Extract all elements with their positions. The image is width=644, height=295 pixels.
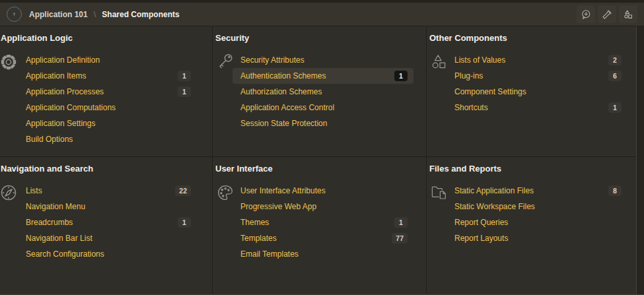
link-label: User Interface Attributes	[240, 186, 326, 195]
feedback-button[interactable]	[577, 5, 595, 23]
link-label: Authorization Schemes	[240, 87, 322, 96]
panel-navigation-and-search: Navigation and Search Lists22Navigation …	[0, 157, 213, 294]
comment-plus-icon	[580, 9, 592, 20]
link-label: Report Layouts	[454, 234, 508, 243]
arrow-up-icon	[11, 10, 17, 18]
breadcrumb-application[interactable]: Application 101	[29, 10, 88, 19]
link-label: Themes	[240, 218, 269, 227]
link-navigation-menu[interactable]: Navigation Menu	[18, 199, 197, 214]
count-badge: 1	[178, 86, 191, 97]
link-email-templates[interactable]: Email Templates	[233, 246, 413, 262]
count-badge: 77	[392, 233, 408, 244]
panel-files-and-reports: Files and Reports Static Application Fil…	[427, 157, 636, 294]
link-label: Plug-ins	[454, 71, 483, 81]
count-badge: 1	[178, 217, 191, 228]
link-label: Build Options	[26, 135, 73, 144]
shapes-small-icon	[622, 9, 634, 20]
link-session-state-protection[interactable]: Session State Protection	[233, 115, 413, 131]
link-application-computations[interactable]: Application Computations	[18, 100, 197, 115]
link-application-items[interactable]: Application Items1	[18, 68, 197, 84]
link-label: Navigation Bar List	[26, 234, 92, 243]
link-static-workspace-files[interactable]: Static Workspace Files	[447, 199, 627, 214]
breadcrumb: Application 101 \ Shared Components	[29, 9, 180, 19]
panel-title: Application Logic	[1, 33, 212, 44]
link-label: Component Settings	[454, 87, 526, 96]
link-lists-of-values[interactable]: Lists of Values2	[447, 52, 627, 68]
panel-title: Files and Reports	[429, 164, 636, 174]
count-badge: 1	[394, 71, 408, 81]
panel-other-components: Other Components Lists of Values2Plug-in…	[427, 26, 636, 157]
link-label: Static Workspace Files	[454, 202, 535, 211]
link-label: Application Computations	[26, 103, 116, 112]
count-badge: 8	[608, 185, 622, 196]
link-label: Application Access Control	[240, 103, 334, 112]
panel-title: User Interface	[215, 164, 426, 174]
right-gutter	[636, 26, 644, 294]
link-label: Lists of Values	[454, 55, 505, 65]
link-static-application-files[interactable]: Static Application Files8	[447, 183, 627, 199]
flashlight-icon	[601, 9, 613, 20]
link-label: Application Settings	[26, 119, 95, 128]
link-themes[interactable]: Themes1	[233, 214, 413, 230]
count-badge: 2	[608, 55, 622, 65]
link-shortcuts[interactable]: Shortcuts1	[447, 100, 627, 115]
link-label: Lists	[26, 186, 42, 195]
panel-links-other-components: Lists of Values2Plug-ins6Component Setti…	[454, 52, 627, 115]
panel-links-navigation-and-search: Lists22Navigation MenuBreadcrumbs1Naviga…	[26, 183, 197, 262]
link-lists[interactable]: Lists22	[18, 183, 197, 199]
panel-application-logic: Application Logic Application Definition…	[0, 26, 213, 157]
link-report-layouts[interactable]: Report Layouts	[447, 230, 627, 246]
link-navigation-bar-list[interactable]: Navigation Bar List	[18, 230, 197, 246]
link-application-access-control[interactable]: Application Access Control	[233, 100, 413, 115]
link-progressive-web-app[interactable]: Progressive Web App	[233, 199, 413, 214]
navigate-up-button[interactable]	[7, 7, 22, 22]
link-label: Static Application Files	[454, 186, 534, 195]
link-plug-ins[interactable]: Plug-ins6	[447, 68, 627, 84]
link-label: Application Items	[26, 71, 86, 81]
panel-title: Navigation and Search	[1, 164, 212, 174]
panel-title: Other Components	[429, 33, 636, 44]
link-templates[interactable]: Templates77	[233, 230, 413, 246]
panels-grid: Application Logic Application Definition…	[0, 26, 636, 294]
link-security-attributes[interactable]: Security Attributes	[233, 52, 413, 68]
link-authentication-schemes[interactable]: Authentication Schemes1	[233, 68, 413, 84]
link-authorization-schemes[interactable]: Authorization Schemes	[233, 84, 413, 100]
link-label: Navigation Menu	[26, 202, 85, 211]
link-search-configurations[interactable]: Search Configurations	[18, 246, 197, 262]
link-label: Application Processes	[26, 87, 104, 96]
link-label: Shortcuts	[454, 103, 488, 112]
panel-title: Security	[215, 33, 426, 44]
count-badge: 1	[178, 71, 191, 81]
link-user-interface-attributes[interactable]: User Interface Attributes	[233, 183, 413, 199]
spotlight-search-button[interactable]	[598, 5, 616, 23]
panel-security: Security Security AttributesAuthenticati…	[213, 26, 427, 157]
link-breadcrumbs[interactable]: Breadcrumbs1	[18, 214, 197, 230]
link-build-options[interactable]: Build Options	[18, 131, 197, 147]
link-label: Report Queries	[454, 218, 508, 227]
breadcrumb-current-page: Shared Components	[102, 10, 179, 19]
panel-user-interface: User Interface User Interface Attributes…	[213, 157, 427, 294]
link-label: Email Templates	[240, 249, 299, 259]
panel-links-application-logic: Application DefinitionApplication Items1…	[26, 52, 197, 147]
link-label: Progressive Web App	[240, 202, 316, 211]
link-report-queries[interactable]: Report Queries	[447, 214, 627, 230]
link-label: Session State Protection	[240, 119, 327, 128]
shared-components-button[interactable]	[619, 5, 637, 23]
topbar-actions	[577, 5, 637, 23]
breadcrumb-bar: Application 101 \ Shared Components	[0, 3, 644, 26]
link-component-settings[interactable]: Component Settings	[447, 84, 627, 100]
count-badge: 1	[394, 217, 408, 228]
link-application-processes[interactable]: Application Processes1	[18, 84, 197, 100]
link-label: Breadcrumbs	[26, 218, 73, 227]
shared-components-content: Application Logic Application Definition…	[0, 26, 644, 294]
link-application-definition[interactable]: Application Definition	[18, 52, 197, 68]
breadcrumb-separator: \	[94, 9, 96, 19]
compass-icon	[1, 193, 18, 205]
link-label: Search Configurations	[26, 249, 104, 259]
link-label: Templates	[240, 234, 277, 243]
link-label: Security Attributes	[240, 55, 304, 65]
link-application-settings[interactable]: Application Settings	[18, 115, 197, 131]
link-label: Application Definition	[26, 55, 100, 65]
gear-icon	[1, 63, 18, 74]
panel-links-user-interface: User Interface AttributesProgressive Web…	[240, 183, 413, 262]
